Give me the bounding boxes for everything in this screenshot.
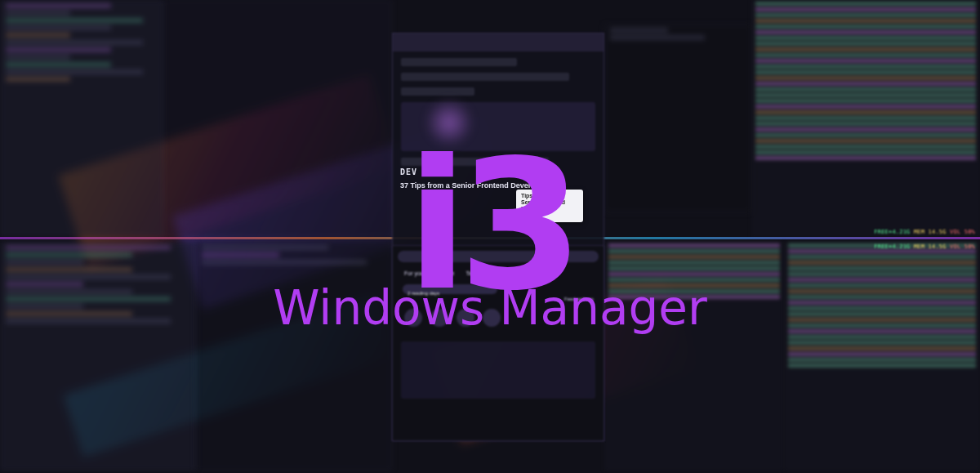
url-bar[interactable] [398,251,599,262]
nav-tags[interactable]: Tags [466,270,478,276]
status-bar-top: FREE=4.21G MEM 14.5G VOL 50% [874,229,975,235]
pane-devtools [604,242,784,471]
status-free: FREE=4.21G [874,229,910,235]
thumb-line: Senior Frontend [521,199,578,206]
thumb-line: Developer [521,206,578,212]
glow-accent [425,98,474,147]
nav-for-you[interactable]: For you [404,270,424,276]
pane-secondary-bottom [196,242,392,471]
pane-wallpaper [163,0,392,237]
pane-terminal-right-top [751,0,980,237]
status-free: FREE=4.21G [874,243,910,250]
window-titlebar [393,33,604,51]
browser-window: For you Explore Tags 2 reading days Feed… [392,245,604,441]
status-mem: MEM 14.5G [914,229,947,235]
dev-headline: 37 Tips from a Senior Frontend Developer [400,181,596,190]
pane-code-left-bottom [0,242,196,471]
dev-badge: DEV [400,167,596,176]
pane-terminal-right-bottom [784,242,980,471]
reading-pill: 2 reading days [403,284,497,294]
status-vol: VOL 50% [950,243,975,250]
nav-explore[interactable]: Explore [435,270,455,276]
status-bar-bottom: FREE=4.21G MEM 14.5G VOL 50% [874,243,975,250]
i3-hero-banner: FREE=4.21G MEM 14.5G VOL 50% FREE=4.21G … [0,0,980,473]
status-mem: MEM 14.5G [914,243,947,250]
browser-nav: For you Explore Tags [404,270,592,276]
pane-code-left-top [0,0,163,237]
feed-settings-link[interactable]: Feed settings [564,297,594,301]
reading-label: 2 reading days [403,291,439,296]
article-thumbnail: Tips from a Senior Frontend Developer [516,190,583,222]
pane-dark-right [604,25,751,212]
thumb-line: Tips from a [521,193,578,199]
status-vol: VOL 50% [950,229,975,235]
dev-article-card: DEV 37 Tips from a Senior Frontend Devel… [400,167,596,190]
